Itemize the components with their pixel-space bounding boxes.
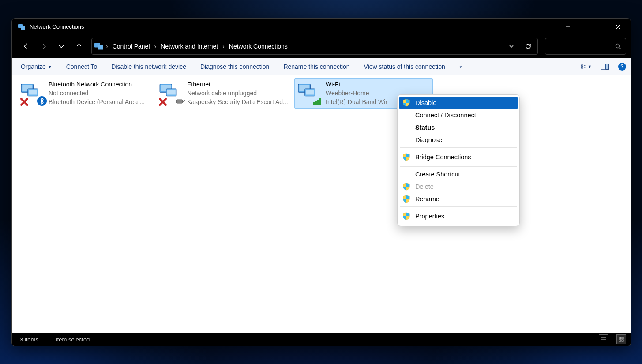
address-bar[interactable]: › Control Panel › Network and Internet ›… — [91, 38, 538, 55]
svg-rect-14 — [582, 65, 583, 66]
navbar: › Control Panel › Network and Internet ›… — [12, 35, 631, 58]
context-menu-disable[interactable]: Disable — [399, 97, 518, 109]
svg-rect-17 — [606, 64, 609, 69]
context-menu-separator — [400, 147, 517, 148]
wifi-signal-icon — [312, 98, 322, 105]
svg-rect-18 — [619, 337, 621, 339]
connect-to-button[interactable]: Connect To — [66, 63, 98, 70]
network-adapter-icon — [297, 80, 316, 99]
context-menu-delete: Delete — [399, 180, 518, 193]
context-menu-create-shortcut[interactable]: Create Shortcut — [399, 168, 518, 180]
ethernet-cable-icon — [176, 96, 185, 106]
svg-rect-21 — [622, 340, 623, 341]
breadcrumb-network-and-internet[interactable]: Network and Internet — [159, 43, 220, 50]
organize-menu[interactable]: Organize▼ — [21, 63, 52, 70]
rename-connection-button[interactable]: Rename this connection — [283, 63, 349, 70]
back-button[interactable] — [18, 38, 34, 54]
status-item-count: 3 items — [20, 336, 38, 343]
titlebar: Network Connections — [12, 19, 631, 35]
status-separator — [45, 336, 45, 343]
details-view-button[interactable] — [599, 334, 608, 344]
svg-point-13 — [616, 44, 620, 48]
disconnected-x-icon — [20, 98, 28, 106]
address-icon — [94, 42, 103, 51]
window-title: Network Connections — [30, 23, 84, 30]
bluetooth-badge-icon — [37, 96, 47, 106]
window: Network Connections › Control Panel › Ne… — [11, 18, 631, 346]
search-icon — [615, 43, 621, 49]
address-dropdown-button[interactable] — [504, 39, 519, 54]
context-menu-connect-disconnect[interactable]: Connect / Disconnect — [399, 109, 518, 121]
context-menu-status[interactable]: Status — [399, 121, 518, 134]
preview-pane-button[interactable] — [600, 61, 610, 72]
adapter-status: Network cable unplugged — [187, 89, 291, 98]
up-button[interactable] — [71, 38, 87, 54]
refresh-button[interactable] — [521, 39, 536, 54]
overflow-button[interactable]: » — [459, 63, 463, 70]
context-menu-bridge-connections[interactable]: Bridge Connections — [399, 149, 518, 165]
minimize-button[interactable] — [555, 19, 580, 35]
context-menu-rename[interactable]: Rename — [399, 193, 518, 205]
network-adapter-icon — [20, 80, 39, 99]
breadcrumb-network-connections[interactable]: Network Connections — [227, 43, 289, 50]
adapter-list: Bluetooth Network Connection Not connect… — [12, 75, 631, 111]
svg-rect-15 — [582, 67, 583, 68]
context-menu-properties[interactable]: Properties — [399, 208, 518, 224]
adapter-device: Bluetooth Device (Personal Area ... — [49, 98, 153, 106]
search-box[interactable] — [545, 38, 626, 55]
status-separator — [96, 336, 96, 343]
disconnected-x-icon — [159, 98, 167, 106]
disable-device-button[interactable]: Disable this network device — [111, 63, 186, 70]
breadcrumb-sep-icon: › — [105, 43, 109, 50]
context-menu-separator — [400, 166, 517, 167]
recent-locations-button[interactable] — [53, 38, 69, 54]
adapter-status: Not connected — [49, 89, 153, 98]
app-icon — [18, 23, 25, 30]
adapter-item-bluetooth[interactable]: Bluetooth Network Connection Not connect… — [17, 78, 156, 109]
breadcrumb-sep-icon: › — [222, 43, 225, 50]
context-menu: Disable Connect / Disconnect Status Diag… — [397, 94, 520, 226]
uac-shield-icon — [402, 153, 411, 161]
adapter-name: Bluetooth Network Connection — [49, 80, 153, 89]
view-status-button[interactable]: View status of this connection — [364, 63, 445, 70]
diagnose-connection-button[interactable]: Diagnose this connection — [200, 63, 269, 70]
svg-rect-20 — [619, 340, 621, 341]
network-adapter-icon — [159, 80, 177, 99]
uac-shield-icon — [402, 98, 411, 107]
breadcrumb-control-panel[interactable]: Control Panel — [111, 43, 152, 50]
large-icons-view-button[interactable] — [616, 334, 626, 344]
maximize-button[interactable] — [580, 19, 605, 35]
uac-shield-icon — [402, 195, 411, 203]
uac-shield-icon — [402, 182, 411, 191]
context-menu-diagnose[interactable]: Diagnose — [399, 134, 518, 146]
uac-shield-icon — [402, 212, 411, 221]
content-area: Bluetooth Network Connection Not connect… — [12, 75, 631, 333]
close-button[interactable] — [605, 19, 631, 35]
adapter-item-ethernet[interactable]: Ethernet Network cable unplugged Kaspers… — [156, 78, 294, 109]
svg-rect-12 — [591, 25, 595, 29]
adapter-device: Kaspersky Security Data Escort Ad... — [187, 98, 291, 106]
breadcrumb-sep-icon: › — [154, 43, 158, 50]
status-selection-count: 1 item selected — [51, 336, 90, 343]
adapter-name: Wi-Fi — [326, 80, 430, 89]
command-bar: Organize▼ Connect To Disable this networ… — [12, 58, 631, 75]
status-bar: 3 items 1 item selected — [12, 333, 631, 346]
context-menu-separator — [400, 206, 517, 207]
view-options-button[interactable]: ▼ — [581, 61, 592, 72]
help-button[interactable]: ? — [618, 63, 626, 71]
svg-rect-19 — [622, 337, 623, 339]
adapter-name: Ethernet — [187, 80, 291, 89]
forward-button[interactable] — [36, 38, 52, 54]
